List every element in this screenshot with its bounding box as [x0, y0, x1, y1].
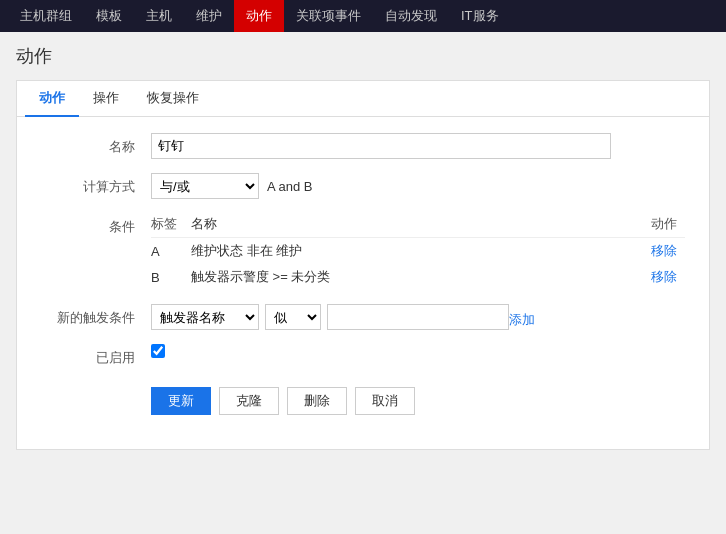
table-row: A 维护状态 非在 维护 移除	[151, 238, 685, 265]
nav-item-维护[interactable]: 维护	[184, 0, 234, 32]
nav-item-动作[interactable]: 动作	[234, 0, 284, 32]
condition-name: 维护状态 非在 维护	[191, 238, 625, 265]
nav-item-主机群组[interactable]: 主机群组	[8, 0, 84, 32]
nav-item-自动发现[interactable]: 自动发现	[373, 0, 449, 32]
main-card: 动作操作恢复操作 名称 计算方式 与/或和或自定义表达式 A and B	[16, 80, 710, 450]
enabled-label: 已启用	[41, 344, 151, 367]
calc-label: 计算方式	[41, 173, 151, 196]
new-condition-inputs: 触发器名称触发器严重性标签 似不似=≠	[151, 304, 509, 330]
calc-text: A and B	[267, 179, 313, 194]
remove-link[interactable]: 移除	[651, 243, 677, 258]
new-condition-value-input[interactable]	[327, 304, 509, 330]
name-input[interactable]	[151, 133, 611, 159]
condition-name: 触发器示警度 >= 未分类	[191, 264, 625, 290]
conditions-row: 条件 标签 名称 动作 A 维护状态 非在 维护	[41, 213, 685, 290]
nav-item-IT服务[interactable]: IT服务	[449, 0, 511, 32]
nav-item-模板[interactable]: 模板	[84, 0, 134, 32]
calc-control: 与/或和或自定义表达式 A and B	[151, 173, 685, 199]
page-area: 动作 动作操作恢复操作 名称 计算方式 与/或和或自定义表达式	[0, 32, 726, 466]
calc-select[interactable]: 与/或和或自定义表达式	[151, 173, 259, 199]
btn-row: 更新 克隆 删除 取消	[151, 387, 415, 415]
name-control	[151, 133, 685, 159]
condition-action: 移除	[625, 264, 685, 290]
new-condition-select2[interactable]: 似不似=≠	[265, 304, 321, 330]
buttons-area: 更新 克隆 删除 取消	[151, 381, 685, 415]
new-condition-control: 触发器名称触发器严重性标签 似不似=≠ 添加	[151, 304, 685, 330]
tabs-bar: 动作操作恢复操作	[17, 81, 709, 117]
col-header-action: 动作	[625, 213, 685, 238]
calc-row: 计算方式 与/或和或自定义表达式 A and B	[41, 173, 685, 199]
add-link[interactable]: 添加	[509, 311, 535, 329]
condition-action: 移除	[625, 238, 685, 265]
nav-item-关联项事件[interactable]: 关联项事件	[284, 0, 373, 32]
table-row: B 触发器示警度 >= 未分类 移除	[151, 264, 685, 290]
new-condition-select1[interactable]: 触发器名称触发器严重性标签	[151, 304, 259, 330]
name-row: 名称	[41, 133, 685, 159]
conditions-label: 条件	[41, 213, 151, 236]
new-condition-row: 新的触发条件 触发器名称触发器严重性标签 似不似=≠ 添加	[41, 304, 685, 330]
update-button[interactable]: 更新	[151, 387, 211, 415]
top-nav: 主机群组模板主机维护动作关联项事件自动发现IT服务	[0, 0, 726, 32]
delete-button[interactable]: 删除	[287, 387, 347, 415]
condition-tag: A	[151, 238, 191, 265]
cancel-button[interactable]: 取消	[355, 387, 415, 415]
form-area: 名称 计算方式 与/或和或自定义表达式 A and B 条件	[17, 117, 709, 449]
buttons-row: 更新 克隆 删除 取消	[41, 381, 685, 415]
enabled-control	[151, 344, 685, 358]
col-header-tag: 标签	[151, 213, 191, 238]
page-title: 动作	[16, 44, 710, 68]
col-header-name: 名称	[191, 213, 625, 238]
tab-恢复操作[interactable]: 恢复操作	[133, 81, 213, 117]
condition-tag: B	[151, 264, 191, 290]
tab-操作[interactable]: 操作	[79, 81, 133, 117]
tab-动作[interactable]: 动作	[25, 81, 79, 117]
nav-item-主机[interactable]: 主机	[134, 0, 184, 32]
conditions-table: 标签 名称 动作 A 维护状态 非在 维护 移除 B 触发器示警度 >= 未分类…	[151, 213, 685, 290]
remove-link[interactable]: 移除	[651, 269, 677, 284]
enabled-checkbox[interactable]	[151, 344, 165, 358]
enabled-row: 已启用	[41, 344, 685, 367]
clone-button[interactable]: 克隆	[219, 387, 279, 415]
new-condition-label: 新的触发条件	[41, 304, 151, 327]
name-label: 名称	[41, 133, 151, 156]
conditions-control: 标签 名称 动作 A 维护状态 非在 维护 移除 B 触发器示警度 >= 未分类…	[151, 213, 685, 290]
